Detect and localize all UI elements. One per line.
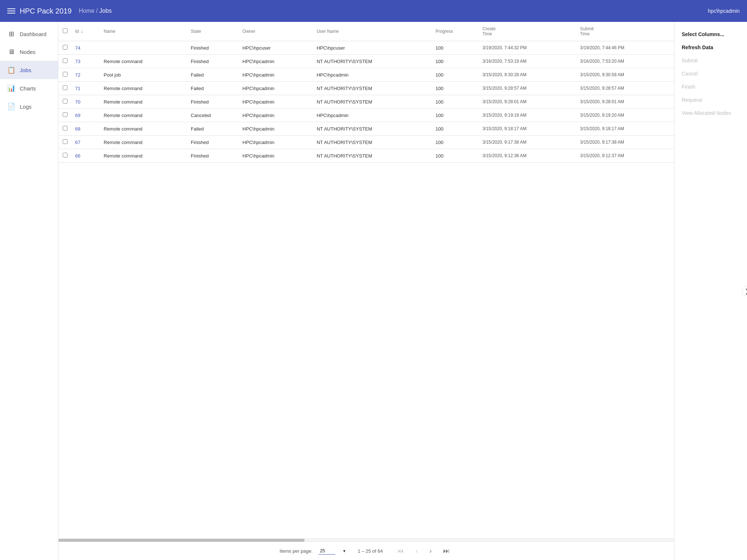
sidebar-label-jobs: Jobs [20, 67, 31, 73]
col-header-id[interactable]: Id ↓ [71, 22, 100, 41]
row-checkbox[interactable] [63, 153, 67, 158]
sidebar-item-charts[interactable]: 📊 Charts [0, 79, 58, 97]
sidebar-item-logs[interactable]: 📄 Logs [0, 97, 58, 116]
row-state: Canceled [187, 109, 239, 122]
sidebar-item-nodes[interactable]: 🖥 Nodes [0, 43, 58, 61]
job-id-link[interactable]: 68 [75, 126, 80, 132]
row-submit-time: 3/15/2020, 9:19:20 AM [576, 109, 674, 122]
right-panel: ❯ Select Columns...Refresh DataSubmitCan… [674, 22, 747, 560]
col-header-state: State [187, 22, 239, 41]
row-id: 68 [71, 122, 100, 136]
row-progress: 100 [432, 136, 479, 149]
row-owner: HPC\hpcadmin [239, 55, 313, 68]
job-id-link[interactable]: 72 [75, 72, 80, 78]
row-submit-time: 3/19/2020, 7:44:46 PM [576, 41, 674, 55]
row-checkbox[interactable] [63, 126, 67, 131]
row-name: Remote command [100, 122, 187, 136]
row-state: Finished [187, 149, 239, 163]
table-row: 70 Remote command Finished HPC\hpcadmin … [58, 95, 674, 109]
row-state: Failed [187, 68, 239, 82]
select-all-header [58, 22, 71, 41]
sidebar-label-dashboard: Dashboard [20, 31, 46, 37]
row-checkbox-cell [58, 122, 71, 136]
row-create-time: 3/15/2020, 9:18:17 AM [479, 122, 577, 136]
row-owner: HPC\hpcuser [239, 41, 313, 55]
table-body: 74 Finished HPC\hpcuser HPC\hpcuser 100 … [58, 41, 674, 163]
row-create-time: 3/15/2020, 9:12:36 AM [479, 149, 577, 163]
row-username: HPC\hpcuser [313, 41, 432, 55]
sidebar-item-dashboard[interactable]: ⊞ Dashboard [0, 25, 58, 43]
row-owner: HPC\hpcadmin [239, 122, 313, 136]
row-id: 69 [71, 109, 100, 122]
main-layout: ⊞ Dashboard 🖥 Nodes 📋 Jobs 📊 Charts 📄 Lo… [0, 22, 747, 560]
panel-toggle-button[interactable]: ❯ [742, 286, 747, 296]
row-username: NT AUTHORITY\SYSTEM [313, 55, 432, 68]
sidebar-item-jobs[interactable]: 📋 Jobs [0, 61, 58, 79]
row-username: HPC\hpcadmin [313, 109, 432, 122]
row-checkbox[interactable] [63, 139, 67, 144]
row-checkbox[interactable] [63, 112, 67, 117]
row-name: Remote command [100, 55, 187, 68]
row-checkbox[interactable] [63, 85, 67, 90]
row-create-time: 3/15/2020, 9:30:28 AM [479, 68, 577, 82]
row-id: 72 [71, 68, 100, 82]
main-content: Id ↓ Name State Owner User Name Progress… [58, 22, 674, 560]
job-id-link[interactable]: 71 [75, 86, 80, 91]
row-owner: HPC\hpcadmin [239, 95, 313, 109]
row-id: 67 [71, 136, 100, 149]
jobs-table: Id ↓ Name State Owner User Name Progress… [58, 22, 674, 163]
row-checkbox-cell [58, 109, 71, 122]
row-checkbox-cell [58, 68, 71, 82]
breadcrumb-home[interactable]: Home [79, 8, 94, 14]
items-per-page-label: Items per page: [280, 548, 313, 554]
row-state: Finished [187, 55, 239, 68]
next-page-button[interactable]: › [426, 546, 434, 556]
nodes-icon: 🖥 [7, 48, 15, 56]
action-select-columns[interactable]: Select Columns... [674, 28, 747, 41]
action-refresh-data[interactable]: Refresh Data [674, 41, 747, 54]
action-view-nodes: View Allocated Nodes [674, 106, 747, 120]
job-id-link[interactable]: 66 [75, 153, 80, 159]
job-id-link[interactable]: 69 [75, 113, 80, 118]
last-page-button[interactable]: ⏭ [440, 546, 453, 556]
horizontal-scrollbar[interactable] [58, 538, 674, 541]
row-username: NT AUTHORITY\SYSTEM [313, 95, 432, 109]
row-checkbox[interactable] [63, 45, 67, 50]
row-create-time: 3/15/2020, 9:17:38 AM [479, 136, 577, 149]
scrollbar-thumb[interactable] [58, 539, 305, 542]
job-id-link[interactable]: 74 [75, 45, 80, 51]
job-id-link[interactable]: 73 [75, 59, 80, 64]
job-id-link[interactable]: 67 [75, 140, 80, 145]
select-all-checkbox[interactable] [63, 28, 67, 33]
row-name: Remote command [100, 109, 187, 122]
row-submit-time: 3/15/2020, 9:30:58 AM [576, 68, 674, 82]
table-row: 73 Remote command Finished HPC\hpcadmin … [58, 55, 674, 68]
sort-icon: ↓ [81, 29, 83, 34]
row-submit-time: 3/15/2020, 9:12:37 AM [576, 149, 674, 163]
app-title: HPC Pack 2019 [20, 7, 71, 15]
items-per-page-select[interactable]: 10 25 50 100 [318, 547, 335, 555]
first-page-button[interactable]: ⏮ [394, 546, 407, 556]
row-username: NT AUTHORITY\SYSTEM [313, 122, 432, 136]
row-submit-time: 3/15/2020, 9:28:57 AM [576, 82, 674, 95]
row-checkbox-cell [58, 149, 71, 163]
jobs-icon: 📋 [7, 66, 15, 74]
row-submit-time: 3/15/2020, 9:17:38 AM [576, 136, 674, 149]
breadcrumb: Home / Jobs [79, 8, 112, 14]
table-row: 74 Finished HPC\hpcuser HPC\hpcuser 100 … [58, 41, 674, 55]
row-checkbox[interactable] [63, 72, 67, 77]
row-state: Finished [187, 95, 239, 109]
prev-page-button[interactable]: ‹ [413, 546, 421, 556]
row-state: Finished [187, 41, 239, 55]
breadcrumb-current: Jobs [99, 8, 112, 14]
table-row: 72 Pool job Failed HPC\hpcadmin HPC\hpca… [58, 68, 674, 82]
row-checkbox-cell [58, 136, 71, 149]
job-id-link[interactable]: 70 [75, 99, 80, 105]
row-checkbox[interactable] [63, 58, 67, 63]
row-state: Failed [187, 82, 239, 95]
row-id: 71 [71, 82, 100, 95]
row-id: 66 [71, 149, 100, 163]
row-name: Remote command [100, 82, 187, 95]
row-checkbox[interactable] [63, 99, 67, 104]
hamburger-menu-button[interactable] [7, 8, 15, 13]
